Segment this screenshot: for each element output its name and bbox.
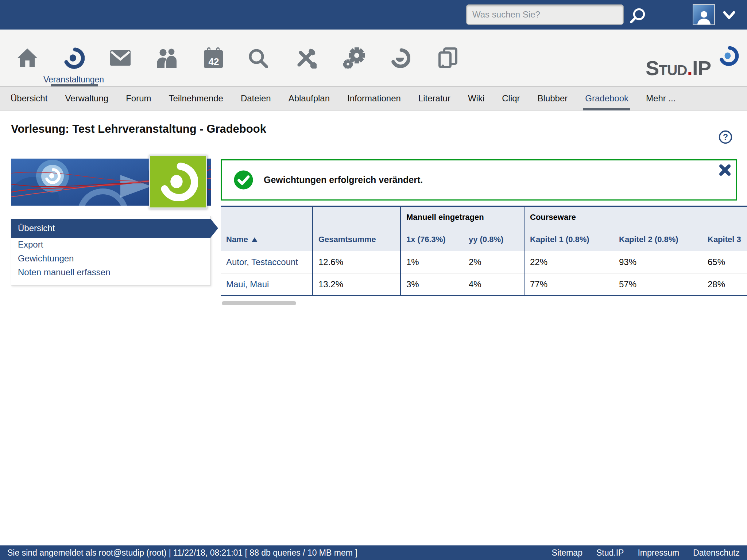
group-header-blank (221, 206, 313, 228)
cell-kapitel-1: 77% (524, 273, 614, 296)
toolbar-tools[interactable] (294, 47, 318, 69)
cell-yy: 4% (463, 273, 524, 296)
gradebook-table-container: Manuell eingetragen Courseware Name Gesa… (221, 206, 747, 296)
toolbar-search[interactable] (246, 47, 270, 69)
top-bar (0, 0, 747, 30)
footer-link-impressum[interactable]: Impressum (638, 548, 679, 558)
cell-kapitel-1: 22% (524, 251, 614, 273)
toolbar-feedback[interactable] (388, 47, 412, 69)
help-icon[interactable]: ? (719, 130, 732, 144)
home-icon (17, 48, 38, 68)
toolbar-schedule[interactable]: 42 (202, 47, 225, 69)
main-icon-toolbar: 42 Veranstaltungen Stud.IP (0, 30, 747, 87)
horizontal-scrollbar-thumb[interactable] (222, 301, 296, 305)
table-column-header-row: Name Gesamtsumme 1x (76.3%) yy (0.8%) Ka… (221, 228, 747, 251)
group-header-manuell: Manuell eingetragen (400, 206, 524, 228)
svg-text:?: ? (723, 132, 728, 142)
studip-logo-swirl-icon (716, 46, 741, 67)
course-tab-bar: Übersicht Verwaltung Forum Teilnehmende … (0, 87, 747, 110)
sidebar: Übersicht Export Gewichtungen Noten manu… (11, 159, 211, 285)
toolbar-active-underline (51, 84, 98, 86)
cell-gesamtsumme: 12.6% (313, 251, 400, 273)
column-header-yy: yy (0.8%) (463, 228, 524, 251)
studip-logo: Stud.IP (644, 43, 741, 83)
sidebar-item-noten-manuell-erfassen[interactable]: Noten manuell erfassen (11, 265, 210, 279)
tab-verwaltung[interactable]: Verwaltung (59, 87, 115, 110)
column-header-gesamtsumme: Gesamtsumme (313, 228, 400, 251)
toolbar-veranstaltungen[interactable] (62, 47, 85, 69)
magnifier-icon (248, 48, 268, 68)
toolbar-messages[interactable] (109, 47, 132, 69)
user-avatar[interactable] (693, 4, 715, 25)
toolbar-home[interactable] (16, 47, 39, 69)
svg-text:42: 42 (209, 56, 219, 67)
column-header-kapitel-1: Kapitel 1 (0.8%) (524, 228, 614, 251)
footer-link-studip[interactable]: Stud.IP (596, 548, 624, 558)
tab-uebersicht[interactable]: Übersicht (4, 87, 54, 110)
course-avatar (149, 155, 207, 209)
column-header-kapitel-2: Kapitel 2 (0.8%) (614, 228, 702, 251)
sidebar-item-export[interactable]: Export (11, 238, 210, 252)
toolbar-active-label[interactable]: Veranstaltungen (43, 75, 104, 85)
footer-link-datenschutz[interactable]: Datenschutz (693, 548, 740, 558)
tab-dateien[interactable]: Dateien (235, 87, 277, 110)
close-icon[interactable] (719, 164, 731, 176)
veranstaltungen-icon (63, 47, 85, 69)
group-header-blank (313, 206, 400, 228)
student-name-link[interactable]: Autor, Testaccount (221, 251, 313, 273)
studip-app: 42 Veranstaltungen Stud.IP Übersicht Ver… (0, 0, 747, 560)
tab-cliqr[interactable]: Cliqr (496, 87, 526, 110)
success-alert: Gewichtungen erfolgreich verändert. (221, 159, 737, 201)
column-header-name-label: Name (226, 235, 248, 244)
cell-yy: 2% (463, 251, 524, 273)
cell-gesamtsumme: 13.2% (313, 273, 400, 296)
footer-link-sitemap[interactable]: Sitemap (552, 548, 582, 558)
course-banner (11, 159, 211, 206)
chevron-down-icon[interactable] (723, 11, 735, 21)
mail-icon (110, 50, 131, 66)
search-icon[interactable] (630, 7, 646, 25)
tab-mehr[interactable]: Mehr ... (640, 87, 682, 110)
tab-wiki[interactable]: Wiki (462, 87, 491, 110)
tab-literatur[interactable]: Literatur (412, 87, 457, 110)
cell-kapitel-2: 57% (614, 273, 702, 296)
content-area: Übersicht Export Gewichtungen Noten manu… (0, 147, 747, 545)
person-icon (696, 11, 712, 24)
tab-forum[interactable]: Forum (120, 87, 157, 110)
column-header-name[interactable]: Name (221, 228, 313, 251)
table-row: Maui, Maui 13.2% 3% 4% 77% 57% 28% (221, 273, 747, 296)
pages-icon (438, 47, 457, 69)
student-name-link[interactable]: Maui, Maui (221, 273, 313, 296)
login-status-text: Sie sind angemeldet als root@studip (roo… (7, 548, 357, 558)
toolbar-admin[interactable] (342, 47, 365, 69)
status-bar: Sie sind angemeldet als root@studip (roo… (0, 545, 747, 560)
calendar-icon: 42 (203, 47, 224, 69)
gradebook-table: Manuell eingetragen Courseware Name Gesa… (221, 206, 747, 296)
page-title: Vorlesung: Test Lehrveranstaltung - Grad… (11, 122, 266, 136)
feedback-swirl-icon (390, 48, 410, 68)
tab-informationen[interactable]: Informationen (341, 87, 407, 110)
table-group-header-row: Manuell eingetragen Courseware (221, 206, 747, 228)
success-alert-text: Gewichtungen erfolgreich verändert. (264, 175, 423, 185)
tab-gradebook[interactable]: Gradebook (579, 87, 635, 110)
success-check-icon (233, 170, 253, 190)
tab-ablaufplan[interactable]: Ablaufplan (282, 87, 336, 110)
group-header-courseware: Courseware (524, 206, 747, 228)
cell-kapitel-2: 93% (614, 251, 702, 273)
column-header-1x: 1x (76.3%) (400, 228, 463, 251)
page-title-bar: Vorlesung: Test Lehrveranstaltung - Grad… (0, 110, 747, 147)
footer-links: Sitemap Stud.IP Impressum Datenschutz (552, 548, 740, 558)
tab-teilnehmende[interactable]: Teilnehmende (162, 87, 229, 110)
sidebar-menu: Übersicht Export Gewichtungen Noten manu… (11, 216, 211, 285)
sidebar-item-uebersicht[interactable]: Übersicht (11, 219, 210, 238)
course-avatar-swirl-icon (158, 162, 198, 201)
studip-logo-text: Stud.IP (646, 58, 711, 78)
cell-kapitel-3: 65% (702, 251, 747, 273)
toolbar-community[interactable] (156, 47, 179, 69)
toolbar-pages[interactable] (436, 47, 460, 69)
tab-blubber[interactable]: Blubber (531, 87, 574, 110)
gear-icon (343, 47, 365, 69)
community-icon (156, 48, 178, 68)
search-input[interactable] (466, 4, 624, 25)
sidebar-item-gewichtungen[interactable]: Gewichtungen (11, 252, 210, 265)
